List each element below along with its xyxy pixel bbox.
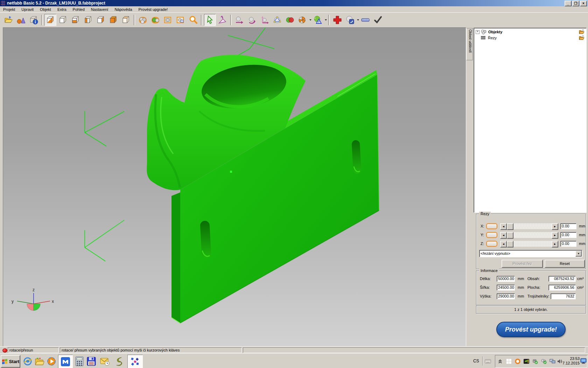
start-button[interactable]: Start	[1, 355, 20, 368]
script-tool-button[interactable]	[344, 14, 356, 26]
view-bottom-button[interactable]	[120, 14, 132, 26]
repair-tool-button[interactable]	[312, 14, 324, 26]
scroll-thumb[interactable]	[507, 223, 513, 230]
view-top-button[interactable]	[107, 14, 119, 26]
apply-tool-button[interactable]	[372, 14, 384, 26]
open-project-button[interactable]	[2, 14, 14, 26]
close-button[interactable]: ×	[580, 1, 587, 6]
title-bar[interactable]: netfabb Basic 5.2 - Drzak_LM10UU_B.fabbp…	[0, 0, 588, 6]
calculator-icon[interactable]	[74, 356, 85, 367]
view-iso-button[interactable]	[44, 14, 56, 26]
tree-item-objects[interactable]: + Objekty	[476, 29, 502, 35]
tray-usb-icon[interactable]	[532, 358, 538, 364]
upgrade-button[interactable]: Provést upgrade!	[496, 322, 566, 337]
tray-spheres-check-icon[interactable]	[541, 358, 547, 364]
menu-provest-upgrade[interactable]: Provést upgrade!	[135, 7, 171, 12]
tree-label-objects[interactable]: Objekty	[488, 30, 502, 34]
cut-y-slice-button[interactable]	[486, 232, 497, 238]
height-field[interactable]: 29000.00	[497, 293, 515, 299]
scroll-thumb[interactable]	[507, 232, 513, 239]
menu-extra[interactable]: Extra	[54, 7, 70, 12]
rotate-tool-button[interactable]	[246, 14, 258, 26]
menu-upravit[interactable]: Upravit	[18, 7, 37, 12]
minimize-button[interactable]: _	[565, 1, 572, 6]
events-area-tab[interactable]: Oblast událostí	[466, 28, 473, 60]
menu-nastaveni[interactable]: Nastavení	[88, 7, 112, 12]
tray-language[interactable]: CS	[473, 359, 479, 363]
cut-z-value-field[interactable]: 0.00	[560, 241, 576, 247]
cut-y-scrollbar[interactable]: ◄►	[500, 232, 558, 238]
view-left-button[interactable]	[82, 14, 94, 26]
move-tool-button[interactable]	[233, 14, 245, 26]
outlook-icon[interactable]	[99, 356, 110, 367]
scroll-left-arrow[interactable]: ◄	[500, 232, 507, 239]
show-desktop-icon[interactable]	[580, 358, 587, 364]
width-field[interactable]: 24500.00	[497, 285, 515, 291]
scroll-right-arrow[interactable]: ►	[552, 223, 558, 230]
scroll-thumb[interactable]	[507, 241, 513, 247]
cut-z-slice-button[interactable]	[486, 241, 497, 247]
scroll-left-arrow[interactable]: ◄	[500, 241, 507, 247]
zoom-platform-button[interactable]	[162, 14, 174, 26]
volume-field[interactable]: 0875243.52	[548, 276, 576, 282]
select-tool-button[interactable]	[204, 14, 216, 26]
tray-orange-ring-icon[interactable]	[514, 358, 521, 364]
cut-dropdown-caret[interactable]	[309, 19, 312, 21]
scale-tool-button[interactable]	[259, 14, 271, 26]
cut-x-slice-button[interactable]	[486, 223, 497, 229]
tree-label-cuts[interactable]: Řezy	[488, 36, 497, 40]
tray-windows-icon[interactable]	[506, 358, 512, 364]
view-back-button[interactable]	[70, 14, 82, 26]
edit-mesh-tool-button[interactable]	[271, 14, 283, 26]
menu-pohled[interactable]: Pohled	[70, 7, 88, 12]
add-tool-button[interactable]	[331, 14, 343, 26]
cut-x-value-field[interactable]: 0.00	[560, 223, 576, 229]
cut-z-scrollbar[interactable]: ◄►	[500, 241, 558, 247]
tray-network-icon[interactable]	[550, 358, 556, 364]
zoom-all-button[interactable]	[137, 14, 149, 26]
cut-tool-button[interactable]	[296, 14, 308, 26]
maxthon-task-button[interactable]	[58, 355, 73, 368]
zoom-selection-button[interactable]	[149, 14, 161, 26]
expander-plus-icon[interactable]: +	[476, 30, 479, 34]
reset-cut-button[interactable]: Reset	[545, 260, 585, 268]
tree-item-cuts[interactable]: Řezy	[481, 35, 497, 41]
media-player-icon[interactable]	[46, 356, 57, 367]
maximize-button[interactable]: ❐	[572, 1, 579, 6]
keyboard-layout-icon[interactable]	[485, 358, 491, 364]
scroll-track[interactable]	[513, 241, 552, 247]
open-cuts-folder-button[interactable]	[579, 35, 585, 40]
documents-folder-icon[interactable]	[34, 356, 45, 367]
tray-nvidia-icon[interactable]	[523, 358, 530, 364]
area-field[interactable]: 6259906.56	[548, 285, 576, 291]
dropdown-arrow-icon[interactable]: ▼	[575, 251, 582, 257]
view-front-button[interactable]	[57, 14, 69, 26]
zoom-tool-button[interactable]	[187, 14, 199, 26]
floppy-save-icon[interactable]	[86, 356, 97, 367]
rotate-view-tool-button[interactable]	[217, 14, 229, 26]
3d-viewport[interactable]: z x y	[3, 27, 466, 347]
tray-chevron-icon[interactable]	[497, 358, 503, 364]
open-objects-folder-button[interactable]	[579, 29, 585, 34]
menu-projekt[interactable]: Projekt	[0, 7, 18, 12]
add-part-button[interactable]	[15, 14, 27, 26]
scroll-right-arrow[interactable]: ►	[552, 241, 558, 247]
triangles-field[interactable]: 7632	[551, 293, 576, 299]
scroll-track[interactable]	[513, 223, 552, 229]
scroll-left-arrow[interactable]: ◄	[500, 223, 507, 230]
boolean-tool-button[interactable]	[284, 14, 296, 26]
repair-dropdown-caret[interactable]	[325, 19, 327, 21]
part-model[interactable]	[147, 55, 379, 323]
measure-tool-button[interactable]	[359, 14, 371, 26]
zoom-window-button[interactable]	[175, 14, 187, 26]
cut-x-scrollbar[interactable]: ◄►	[500, 223, 558, 229]
cut-y-value-field[interactable]: 0.00	[560, 232, 576, 238]
tray-clock[interactable]: 23:53 7.12.2015	[562, 356, 580, 366]
view-right-button[interactable]	[95, 14, 107, 26]
script-dropdown-caret[interactable]	[357, 19, 359, 21]
cut-mode-dropdown[interactable]: <řezání vypnuto> ▼	[479, 250, 582, 257]
menu-objekt[interactable]: Objekt	[37, 7, 54, 12]
part-info-button[interactable]	[28, 14, 40, 26]
netfabb-task-button[interactable]	[127, 355, 143, 368]
scroll-right-arrow[interactable]: ►	[552, 232, 558, 239]
